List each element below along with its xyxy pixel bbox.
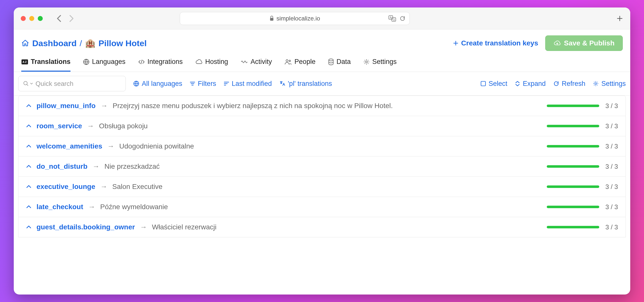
svg-rect-15	[481, 81, 486, 86]
translation-row[interactable]: pillow_menu_info → Przejrzyj nasze menu …	[18, 96, 626, 116]
tab-languages[interactable]: Languages	[83, 58, 126, 72]
last-modified-label: Last modified	[232, 80, 272, 88]
progress-count: 3 / 3	[605, 183, 618, 191]
lock-icon	[270, 16, 274, 21]
url-bar[interactable]: simplelocalize.io A文	[180, 12, 410, 25]
chevron-up-icon[interactable]	[26, 144, 32, 148]
translate-icon[interactable]: A文	[388, 15, 396, 21]
progress-bar	[547, 105, 599, 107]
new-tab-button[interactable]	[616, 15, 623, 22]
create-translation-keys-button[interactable]: Create translation keys	[453, 39, 538, 47]
chevron-up-icon[interactable]	[26, 185, 32, 189]
expand-button[interactable]: Expand	[515, 80, 546, 88]
progress-bar	[547, 185, 599, 188]
traffic-lights	[21, 16, 43, 21]
svg-text:Z: Z	[25, 60, 27, 63]
url-text: simplelocalize.io	[276, 15, 320, 22]
globe-icon	[83, 59, 90, 65]
svg-point-11	[329, 59, 333, 61]
tab-data[interactable]: Data	[328, 58, 351, 72]
maximize-window-button[interactable]	[38, 16, 43, 21]
tab-settings[interactable]: Settings	[363, 58, 397, 72]
svg-text:A: A	[390, 16, 392, 19]
search-input[interactable]	[36, 80, 121, 88]
reload-icon[interactable]	[400, 15, 406, 21]
settings-button[interactable]: Settings	[593, 80, 626, 88]
cloud-icon	[195, 59, 203, 65]
translation-row[interactable]: late_checkout → Późne wymeldowanie 3 / 3	[18, 197, 626, 217]
tab-label: People	[294, 58, 316, 66]
header-row: Dashboard / 🏨 Pillow Hotel Create transl…	[14, 29, 630, 53]
tab-label: Hosting	[205, 58, 228, 66]
gear-icon	[363, 59, 370, 65]
translation-row[interactable]: room_service → Obsługa pokoju 3 / 3	[18, 116, 626, 136]
filter-icon	[190, 81, 195, 86]
svg-text:A: A	[22, 60, 24, 63]
tab-people[interactable]: People	[284, 58, 316, 72]
translation-key[interactable]: executive_lounge	[36, 183, 95, 191]
translate-icon	[279, 81, 285, 87]
progress-bar	[547, 206, 599, 208]
tab-label: Settings	[372, 58, 397, 66]
back-button[interactable]	[56, 15, 62, 22]
expand-icon	[515, 81, 520, 86]
close-window-button[interactable]	[21, 16, 26, 21]
chevron-up-icon[interactable]	[26, 124, 32, 128]
chevron-up-icon[interactable]	[26, 164, 32, 168]
translation-preview: Udogodnienia powitalne	[119, 142, 542, 150]
progress: 3 / 3	[547, 203, 618, 211]
select-button[interactable]: Select	[480, 80, 507, 88]
expand-label: Expand	[523, 80, 546, 88]
activity-icon	[240, 59, 248, 65]
translation-row[interactable]: executive_lounge → Salon Executive 3 / 3	[18, 177, 626, 197]
chevron-up-icon[interactable]	[26, 205, 32, 209]
breadcrumb-dashboard[interactable]: Dashboard	[32, 38, 77, 48]
translation-row[interactable]: guest_details.booking_owner → Właściciel…	[18, 217, 626, 237]
quick-search[interactable]	[18, 76, 126, 91]
translation-key[interactable]: do_not_disturb	[36, 162, 88, 170]
progress: 3 / 3	[547, 143, 618, 150]
translation-preview: Obsługa pokoju	[99, 122, 542, 130]
translation-key[interactable]: room_service	[36, 122, 82, 130]
all-languages-button[interactable]: All languages	[133, 80, 182, 88]
minimize-window-button[interactable]	[29, 16, 34, 21]
tab-activity[interactable]: Activity	[240, 58, 272, 72]
pl-translations-button[interactable]: 'pl' translations	[279, 80, 332, 88]
chevron-up-icon[interactable]	[26, 104, 32, 108]
tab-translations[interactable]: AZ Translations	[21, 58, 70, 72]
arrow-icon: →	[100, 183, 107, 191]
translation-row[interactable]: welcome_amenities → Udogodnienia powital…	[18, 136, 626, 156]
translation-list: pillow_menu_info → Przejrzyj nasze menu …	[18, 96, 626, 237]
arrow-icon: →	[92, 162, 100, 170]
tab-label: Data	[336, 58, 351, 66]
tabs: AZ Translations Languages Integrations H…	[14, 53, 630, 72]
translation-key[interactable]: welcome_amenities	[36, 142, 102, 150]
all-languages-label: All languages	[142, 80, 182, 88]
filters-button[interactable]: Filters	[190, 80, 216, 88]
translation-key[interactable]: pillow_menu_info	[36, 102, 96, 110]
tab-integrations[interactable]: Integrations	[138, 58, 183, 72]
translation-row[interactable]: do_not_disturb → Nie przeszkadzać 3 / 3	[18, 156, 626, 177]
translation-key[interactable]: guest_details.booking_owner	[36, 223, 135, 231]
title-bar: simplelocalize.io A文	[14, 7, 630, 29]
chevron-up-icon[interactable]	[26, 225, 32, 229]
forward-button[interactable]	[69, 15, 74, 22]
search-icon	[23, 81, 29, 87]
refresh-button[interactable]: Refresh	[553, 80, 586, 88]
cloud-icon	[554, 40, 561, 46]
browser-window: simplelocalize.io A文 Dashboard / 🏨 Pillo…	[14, 7, 630, 295]
translation-key[interactable]: late_checkout	[36, 203, 83, 211]
breadcrumb-project[interactable]: Pillow Hotel	[98, 38, 147, 48]
translation-preview: Nie przeszkadzać	[104, 162, 542, 170]
progress: 3 / 3	[547, 183, 618, 191]
last-modified-button[interactable]: Last modified	[224, 80, 272, 88]
progress-bar	[547, 125, 599, 127]
translation-preview: Przejrzyj nasze menu poduszek i wybierz …	[112, 102, 542, 110]
home-icon[interactable]	[21, 39, 29, 47]
tab-hosting[interactable]: Hosting	[195, 58, 228, 72]
save-publish-button[interactable]: Save & Publish	[545, 35, 623, 51]
progress-count: 3 / 3	[605, 143, 618, 150]
filters-label: Filters	[198, 80, 216, 88]
progress-bar	[547, 145, 599, 148]
progress: 3 / 3	[547, 223, 618, 231]
